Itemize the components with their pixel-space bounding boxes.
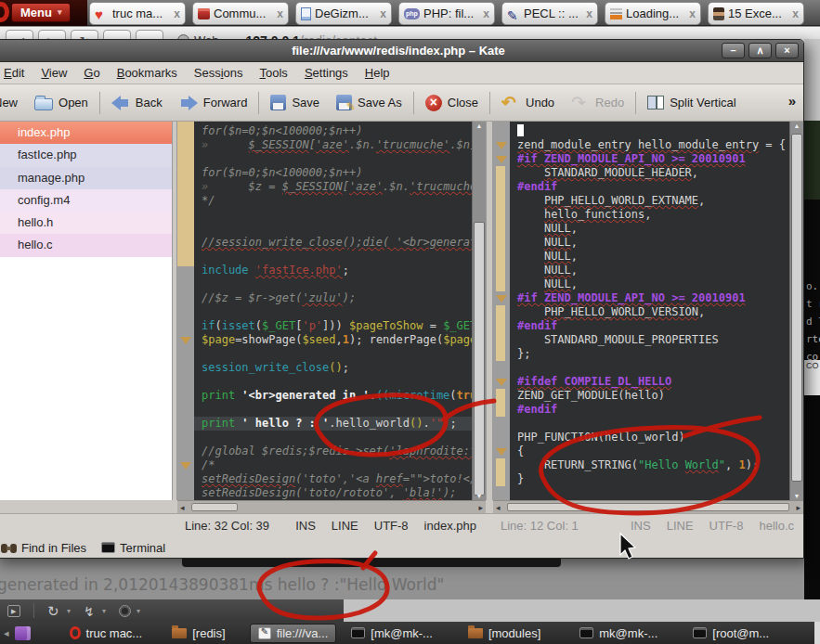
menu-edit[interactable]: Edit: [0, 66, 33, 80]
taskbar-item-label: [redis]: [192, 626, 225, 640]
scrollbar-thumb[interactable]: [474, 222, 485, 496]
panel-toggle-icon[interactable]: [7, 605, 20, 617]
toolbar-separator: [258, 92, 259, 114]
sidebar-item-config.m4[interactable]: config.m4: [0, 189, 172, 212]
browser-tab[interactable]: DeGizm...x: [295, 2, 392, 25]
toolbar-forward-button[interactable]: Forward: [171, 96, 256, 110]
sidebar-item-manage.php[interactable]: manage.php: [0, 167, 172, 189]
browser-tab[interactable]: PECL :: ...x: [501, 2, 598, 25]
scroll-down-icon[interactable]: ▼: [473, 493, 486, 499]
find-in-files-button[interactable]: Find in Files: [1, 541, 86, 555]
line-mode: LINE: [332, 519, 358, 533]
toolbar-save-button[interactable]: Save: [262, 95, 328, 110]
tab-close-icon[interactable]: x: [689, 7, 696, 20]
tab-close-icon[interactable]: x: [586, 7, 592, 20]
scroll-left-icon[interactable]: ◂: [496, 502, 501, 513]
taskbar-item[interactable]: [root@m...: [685, 625, 776, 642]
taskbar-item[interactable]: [mk@mk-...: [344, 625, 440, 642]
kate-titlebar[interactable]: file:///var/www/redis/index.php – Kate –…: [0, 40, 803, 62]
file-name: manage.php: [18, 171, 85, 185]
file-name: config.m4: [18, 193, 70, 207]
taskbar-scroll-left-icon[interactable]: ◂: [4, 627, 9, 639]
left-vertical-scrollbar[interactable]: ▲ ▼: [472, 122, 486, 500]
left-editor-view[interactable]: for($n=0;$n<100000;$n++)» $_SESSION['aze…: [194, 122, 472, 500]
gesture-icon[interactable]: [84, 603, 97, 618]
terminal-button[interactable]: Terminal: [101, 541, 165, 555]
browser-tab[interactable]: Loading...x: [605, 2, 701, 25]
scroll-down-icon[interactable]: ▼: [790, 493, 803, 499]
toolbar-back-button[interactable]: Back: [103, 96, 171, 110]
tab-close-icon[interactable]: x: [174, 7, 180, 20]
chevron-down-icon[interactable]: ▾: [137, 607, 140, 615]
scrollbar-thumb[interactable]: [507, 503, 789, 511]
taskbar-item[interactable]: truc mac...: [62, 625, 150, 642]
browser-tab[interactable]: 15 Exce...x: [708, 2, 804, 25]
scrollbar-thumb[interactable]: [191, 503, 238, 511]
left-horizontal-scrollbar[interactable]: ◂ ▸: [177, 500, 486, 513]
toolbar-close-button[interactable]: Close: [417, 95, 487, 111]
sync-icon[interactable]: [47, 603, 61, 618]
taskbar-item[interactable]: file:///va...: [250, 624, 337, 643]
workspace-switcher-icon[interactable]: [15, 626, 31, 640]
tab-close-icon[interactable]: x: [380, 7, 386, 20]
view-splitter[interactable]: [486, 122, 493, 500]
sidebar-item-hello.c[interactable]: hello.c: [0, 234, 172, 256]
fold-marker-icon[interactable]: [180, 462, 191, 470]
fold-marker-icon[interactable]: [496, 379, 507, 386]
maximize-button[interactable]: ∧: [748, 43, 772, 58]
toolbar-overflow-chevron[interactable]: »: [788, 93, 796, 109]
tab-close-icon[interactable]: x: [792, 7, 799, 20]
fold-marker-icon[interactable]: [496, 295, 507, 303]
browser-menu-button[interactable]: Menu ▾: [11, 3, 71, 22]
fold-marker-icon[interactable]: [496, 448, 507, 456]
right-vertical-scrollbar[interactable]: ▲ ▼: [789, 122, 803, 500]
menu-bookmarks[interactable]: Bookmarks: [109, 66, 186, 80]
sidebar-item-hello.h[interactable]: hello.h: [0, 212, 172, 234]
scroll-up-icon[interactable]: ▲: [790, 122, 803, 129]
scroll-right-icon[interactable]: ▸: [796, 502, 800, 513]
toolbar-undo-button[interactable]: Undo: [493, 94, 563, 112]
sidebar-item-fastIce.php[interactable]: fastIce.php: [0, 144, 172, 166]
toolbar-redo-button[interactable]: Redo: [563, 94, 632, 112]
taskbar-item[interactable]: [modules]: [461, 625, 548, 642]
network-icon[interactable]: [119, 605, 131, 617]
browser-tab[interactable]: truc ma...x: [89, 2, 186, 25]
scrollbar-thumb[interactable]: [791, 134, 802, 482]
tab-close-icon[interactable]: x: [483, 7, 489, 20]
scroll-up-icon[interactable]: ▲: [473, 122, 486, 129]
menu-settings[interactable]: Settings: [296, 66, 357, 80]
code-line: PHP_HELLO_WORLD_EXTNAME,: [517, 194, 789, 208]
code-line: session_write_close();: [202, 361, 472, 375]
taskbar-item[interactable]: [redis]: [164, 625, 232, 642]
toolbar-split-vertical-button[interactable]: Split Vertical: [639, 96, 745, 109]
toolbar-new-button[interactable]: New: [0, 95, 26, 111]
chevron-down-icon[interactable]: ▾: [102, 607, 106, 615]
fold-marker-icon[interactable]: [496, 156, 507, 163]
code-line: #endif: [517, 180, 789, 194]
scroll-right-icon[interactable]: ▸: [478, 502, 483, 513]
taskbar-item[interactable]: mk@mk-...: [572, 625, 665, 642]
code-line: zend_module_entry hello_module_entry = {: [517, 138, 789, 152]
menu-go[interactable]: Go: [75, 66, 108, 80]
right-horizontal-scrollbar[interactable]: ◂ ▸: [493, 500, 803, 513]
menu-tools[interactable]: Tools: [252, 66, 296, 80]
browser-tab[interactable]: PHP: fil...x: [398, 2, 495, 25]
tab-close-icon[interactable]: x: [277, 7, 283, 20]
close-window-button[interactable]: ×: [775, 43, 799, 58]
code-line: RETURN_STRING("Hello World", 1);: [517, 458, 789, 472]
minimize-button[interactable]: –: [722, 43, 745, 58]
menu-view[interactable]: View: [33, 66, 75, 80]
code-line: for($n=0;$n<100000;$n++): [202, 124, 472, 138]
sidebar-item-index.php[interactable]: index.php: [0, 122, 172, 144]
right-editor-view[interactable]: zend_module_entry hello_module_entry = {…: [510, 122, 789, 500]
fold-marker-icon[interactable]: [496, 142, 507, 149]
undo-icon: [501, 94, 520, 112]
browser-tab[interactable]: Commu...x: [192, 2, 289, 25]
menu-sessions[interactable]: Sessions: [186, 66, 252, 80]
fold-marker-icon[interactable]: [180, 337, 191, 344]
scroll-left-icon[interactable]: ◂: [180, 502, 185, 513]
menu-help[interactable]: Help: [357, 66, 398, 80]
toolbar-open-button[interactable]: Open: [26, 95, 97, 110]
chevron-down-icon[interactable]: ▾: [67, 607, 71, 615]
toolbar-save-as-button[interactable]: Save As: [328, 95, 410, 110]
